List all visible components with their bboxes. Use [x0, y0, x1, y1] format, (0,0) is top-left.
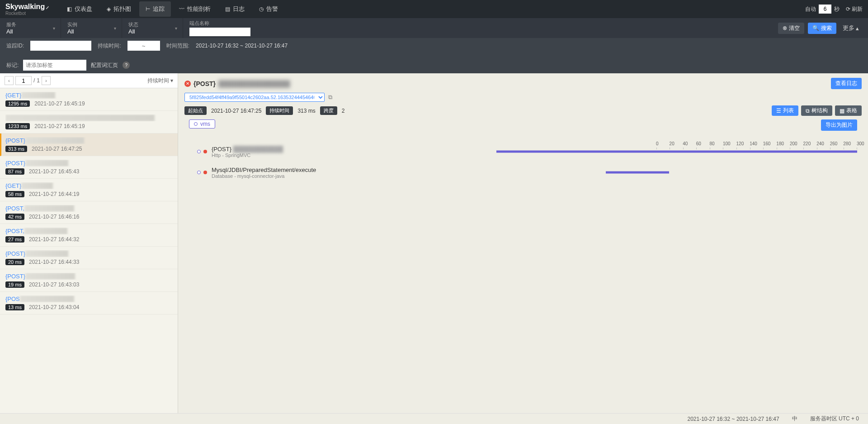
start-value: 2021-10-27 16:47:25: [211, 108, 261, 114]
instance-filter[interactable]: 实例 All ▾: [61, 18, 122, 38]
nav-item-性能剖析[interactable]: 〰性能剖析: [173, 1, 217, 17]
traceid-input[interactable]: [30, 41, 91, 51]
axis-tick: 40: [683, 141, 683, 146]
service-filter[interactable]: 服务 All ▾: [0, 18, 61, 38]
refresh-interval-input[interactable]: [819, 5, 831, 14]
trace-item[interactable]: {POST}x87 ms2021-10-27 16:45:43: [0, 156, 178, 179]
span-bar: [606, 172, 669, 174]
trace-title: {POST}x: [5, 160, 172, 167]
clear-button[interactable]: ⊗ 清空: [778, 23, 804, 34]
filter-actions: ⊗ 清空 🔍 搜索 更多 ▴: [778, 18, 868, 38]
trace-item[interactable]: {GET}x58 ms2021-10-27 16:44:19: [0, 179, 178, 201]
help-icon[interactable]: ?: [123, 62, 130, 69]
axis-tick: 80: [709, 141, 710, 146]
refresh-button[interactable]: ⟳ 刷新: [846, 5, 863, 13]
page-separator: /: [33, 77, 35, 84]
main-area: ‹ / 1 › 持续时间 ▾ {GET}x1295 ms2021-10-27 1…: [0, 73, 868, 420]
trace-title: {GET}x: [5, 92, 172, 99]
tags-input[interactable]: [23, 60, 86, 71]
trace-item[interactable]: {POST}x313 ms2021-10-27 16:47:25: [0, 133, 178, 156]
timeline-chart: 0204060801001201401601802002202402602803…: [189, 141, 857, 183]
duration-badge: 13 ms: [5, 304, 24, 310]
duration-badge: 19 ms: [5, 281, 24, 288]
duration-badge: 313 ms: [5, 146, 27, 152]
status-filter[interactable]: 状态 All ▾: [122, 18, 183, 38]
service-pill[interactable]: vms: [189, 119, 215, 129]
duration-badge: 1233 ms: [5, 123, 30, 129]
span-rows: {POST} ████████████Http - SpringMVCMysql…: [189, 141, 857, 183]
list-view-button[interactable]: ☰列表: [772, 105, 798, 116]
trace-list-panel: ‹ / 1 › 持续时间 ▾ {GET}x1295 ms2021-10-27 1…: [0, 73, 178, 420]
chevron-down-icon: ▾: [170, 77, 173, 84]
endpoint-input[interactable]: [189, 28, 250, 36]
nav-item-拓扑图[interactable]: ◈拓扑图: [100, 1, 137, 17]
trace-item[interactable]: x1233 ms2021-10-27 16:45:19: [0, 111, 178, 133]
nav-item-日志[interactable]: ▤日志: [219, 1, 251, 17]
axis-tick: 280: [843, 141, 844, 146]
axis-tick: 100: [723, 141, 723, 146]
nav-item-追踪[interactable]: ⊢追踪: [139, 1, 171, 17]
vocab-link[interactable]: 配置词汇页: [91, 62, 118, 69]
span-dot-icon: [197, 171, 201, 174]
axis-tick: 0: [656, 141, 656, 146]
status-bar: 2021-10-27 16:32 ~ 2021-10-27 16:47 中 服务…: [0, 413, 868, 420]
trace-detail-panel: ✕ {POST} ████████████████ 查看日志 5f825fedd…: [178, 73, 868, 420]
table-icon: ▦: [840, 108, 844, 114]
copy-icon[interactable]: ⧉: [328, 94, 332, 101]
next-page-button[interactable]: ›: [42, 76, 51, 85]
view-toggle: ☰列表 ⧉树结构 ▦表格: [772, 105, 862, 116]
trace-item[interactable]: {POST}x19 ms2021-10-27 16:43:03: [0, 269, 178, 292]
error-icon: ✕: [184, 81, 191, 87]
trace-item[interactable]: {POST}x20 ms2021-10-27 16:44:33: [0, 247, 178, 269]
trace-time: 2021-10-27 16:45:19: [34, 100, 85, 107]
status-filter-value: All: [128, 28, 175, 35]
span-name: {POST} ████████████: [212, 146, 496, 152]
trace-item[interactable]: {POSx13 ms2021-10-27 16:43:04: [0, 292, 178, 314]
trace-item[interactable]: {GET}x1295 ms2021-10-27 16:45:19: [0, 88, 178, 111]
search-button[interactable]: 🔍 搜索: [808, 23, 836, 34]
nav-bar: ◧仪表盘◈拓扑图⊢追踪〰性能剖析▤日志◷告警: [61, 1, 286, 17]
dur-label: 持续时间: [266, 106, 293, 115]
span-row[interactable]: Mysql/JDBI/PreparedStatement/executeData…: [189, 162, 857, 183]
page-input[interactable]: [15, 76, 32, 85]
axis-tick: 120: [736, 141, 737, 146]
view-log-button[interactable]: 查看日志: [831, 78, 862, 89]
trace-list[interactable]: {GET}x1295 ms2021-10-27 16:45:19x1233 ms…: [0, 88, 178, 420]
tree-view-button[interactable]: ⧉树结构: [801, 105, 832, 116]
trace-item[interactable]: {POST,x42 ms2021-10-27 16:46:16: [0, 201, 178, 224]
filter-bar: 服务 All ▾ 实例 All ▾ 状态 All ▾ 端点名称 ⊗ 清空 🔍 搜…: [0, 18, 868, 38]
trace-time: 2021-10-27 16:46:16: [29, 214, 79, 220]
span-value: 2: [342, 108, 345, 114]
nav-icon: ◧: [67, 6, 72, 12]
nav-item-仪表盘[interactable]: ◧仪表盘: [61, 1, 99, 17]
traceid-select[interactable]: 5f825fedd54f4ff49a9f55014c2602aa.52.1635…: [184, 93, 325, 102]
export-image-button[interactable]: 导出为图片: [821, 119, 857, 131]
nav-icon: ◈: [107, 6, 111, 12]
list-icon: ☰: [776, 108, 781, 114]
nav-icon: ⊢: [146, 6, 150, 12]
trace-title: {GET}x: [5, 182, 172, 189]
trace-item[interactable]: {POST,x27 ms2021-10-27 16:44:32: [0, 224, 178, 247]
more-button[interactable]: 更多 ▴: [840, 22, 862, 34]
service-dot-icon: [194, 122, 198, 126]
footer-range[interactable]: 2021-10-27 16:32 ~ 2021-10-27 16:47: [687, 416, 779, 421]
trace-time: 2021-10-27 16:45:19: [34, 123, 85, 129]
trace-title: {POST,x: [5, 205, 172, 212]
error-dot-icon: [203, 171, 207, 174]
nav-item-告警[interactable]: ◷告警: [253, 1, 284, 17]
axis-tick: 180: [776, 141, 777, 146]
table-view-button[interactable]: ▦表格: [835, 105, 862, 116]
tree-icon: ⧉: [806, 108, 810, 114]
lang-switch[interactable]: 中: [792, 415, 797, 420]
prev-page-button[interactable]: ‹: [5, 76, 14, 85]
timerange-value[interactable]: 2021-10-27 16:32 ~ 2021-10-27 16:47: [196, 43, 288, 49]
duration-input[interactable]: [127, 41, 160, 51]
instance-filter-label: 实例: [67, 21, 114, 28]
detail-header: ✕ {POST} ████████████████ 查看日志 5f825fedd…: [178, 73, 868, 116]
sort-dropdown[interactable]: 持续时间 ▾: [147, 77, 173, 85]
duration-badge: 1295 ms: [5, 100, 30, 107]
clear-label: 清空: [789, 24, 800, 32]
search-icon: 🔍: [812, 25, 819, 31]
trace-time: 2021-10-27 16:44:32: [29, 236, 79, 243]
chevron-up-icon: ▴: [856, 25, 859, 32]
